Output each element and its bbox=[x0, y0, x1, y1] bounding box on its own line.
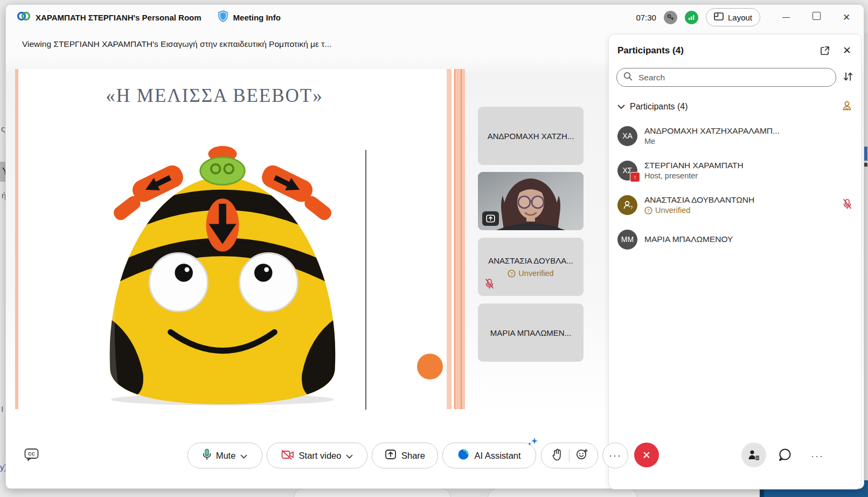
participant-row[interactable]: XA ΑΝΔΡΟΜΑΧΗ ΧΑΤΖΗΧΑΡΑΛΑΜΠ... Me bbox=[609, 119, 861, 153]
participant-row[interactable]: MM ΜΑΡΙΑ ΜΠΑΛΩΜΕΝΟΥ bbox=[609, 222, 861, 257]
svg-text:?: ? bbox=[647, 208, 650, 213]
svg-text:?: ? bbox=[630, 205, 633, 210]
camera-off-icon bbox=[281, 450, 294, 462]
network-quality-icon[interactable] bbox=[685, 11, 698, 24]
participant-name: ΑΝΔΡΟΜΑΧΗ ΧΑΤΖΗΧΑΡΑΛΑΜΠ... bbox=[644, 126, 852, 136]
shared-content-slide: «Η ΜΕΛΙΣΣΑ BEEBOT» bbox=[15, 69, 465, 409]
shield-icon bbox=[218, 10, 228, 24]
ai-assistant-icon bbox=[457, 448, 469, 463]
participant-row[interactable]: ΧΣ ↑ ΣΤΕΡΓΙΑΝΗ ΧΑΡΑΜΠΑΤΗ Host, presenter bbox=[609, 153, 861, 188]
in-meeting-person-icon bbox=[842, 100, 852, 113]
room-title: ΧΑΡΑΜΠΑΤΗ ΣΤΕΡΓΙΑΝΗ's Personal Room bbox=[36, 13, 202, 22]
popout-panel-icon[interactable] bbox=[820, 46, 830, 56]
video-options-chevron-icon[interactable] bbox=[346, 451, 353, 461]
minimize-button[interactable] bbox=[779, 12, 794, 23]
search-input[interactable] bbox=[637, 72, 829, 83]
avatar: ΧΣ ↑ bbox=[617, 161, 637, 181]
close-window-button[interactable]: ✕ bbox=[839, 12, 854, 23]
chat-toggle-button[interactable] bbox=[777, 448, 792, 462]
lock-key-indicator-icon[interactable] bbox=[664, 11, 677, 24]
share-screen-icon bbox=[385, 449, 397, 462]
ai-assistant-button[interactable]: AI Assistant bbox=[442, 443, 536, 468]
share-button[interactable]: Share bbox=[372, 443, 438, 468]
sharing-indicator-icon bbox=[482, 211, 499, 226]
mute-options-chevron-icon[interactable] bbox=[240, 451, 247, 461]
sparkle-icon bbox=[526, 437, 540, 452]
microphone-icon bbox=[203, 448, 211, 463]
svg-text:?: ? bbox=[510, 271, 513, 276]
participants-list-icon bbox=[747, 449, 760, 461]
more-options-button[interactable]: ··· bbox=[602, 443, 628, 468]
slide-orange-dot bbox=[417, 354, 443, 379]
slide-left-stripe bbox=[15, 69, 18, 409]
participant-unverified: ? Unverified bbox=[644, 206, 831, 215]
video-tile[interactable]: ΑΝΑΣΤΑΣΙΑ ΔΟΥΒΛΑ... ? Unverified bbox=[478, 238, 584, 296]
video-tile-active-camera[interactable] bbox=[478, 172, 584, 230]
participant-role: Me bbox=[644, 137, 852, 146]
meeting-info-label: Meeting Info bbox=[233, 13, 281, 22]
slide-title: «Η ΜΕΛΙΣΣΑ BEEBOT» bbox=[64, 85, 365, 107]
sort-participants-icon[interactable] bbox=[843, 71, 853, 84]
closed-captions-icon[interactable]: CC bbox=[24, 448, 39, 464]
leave-x-icon: ✕ bbox=[642, 449, 651, 461]
layout-button[interactable]: Layout bbox=[706, 8, 760, 26]
avatar: XA bbox=[617, 126, 637, 146]
mic-muted-icon bbox=[484, 278, 495, 292]
chat-bubble-icon bbox=[777, 448, 792, 462]
unverified-status: ? Unverified bbox=[508, 269, 553, 278]
maximize-button[interactable] bbox=[809, 12, 824, 23]
participants-panel-title: Participants (4) bbox=[617, 45, 807, 56]
search-icon bbox=[623, 72, 633, 83]
chevron-down-icon bbox=[617, 102, 625, 112]
participants-section-header[interactable]: Participants (4) bbox=[609, 100, 861, 113]
slide-divider-line bbox=[365, 150, 366, 410]
beebot-robot-image bbox=[88, 140, 357, 405]
participant-role: Host, presenter bbox=[644, 171, 852, 180]
start-video-button[interactable]: Start video bbox=[267, 443, 367, 468]
layout-grid-icon bbox=[714, 12, 724, 22]
meeting-window: ΧΑΡΑΜΠΑΤΗ ΣΤΕΡΓΙΑΝΗ's Personal Room Meet… bbox=[5, 4, 864, 489]
participant-search[interactable] bbox=[616, 68, 836, 87]
participants-toggle-button[interactable] bbox=[741, 443, 766, 467]
avatar: MM bbox=[617, 230, 637, 250]
unverified-question-icon: ? bbox=[644, 206, 652, 215]
participant-name: ΑΝΑΣΤΑΣΙΑ ΔΟΥΒΛΑΝΤΩΝΗ bbox=[644, 195, 831, 205]
participant-name: ΜΑΡΙΑ ΜΠΑΛΩΜΕΝΟΥ bbox=[644, 234, 852, 244]
more-panels-button[interactable]: ··· bbox=[811, 451, 824, 462]
person-question-icon: ? bbox=[622, 199, 633, 210]
participant-row[interactable]: ? ΑΝΑΣΤΑΣΙΑ ΔΟΥΒΛΑΝΤΩΝΗ ? Unverified bbox=[609, 188, 861, 222]
participants-panel: Participants (4) ✕ bbox=[608, 34, 862, 489]
video-tile[interactable]: ΑΝΔΡΟΜΑΧΗ ΧΑΤΖΗ... bbox=[478, 107, 584, 165]
avatar-unverified: ? bbox=[617, 195, 637, 215]
video-tile[interactable]: ΜΑΡΙΑ ΜΠΑΛΩΜΕΝ... bbox=[478, 303, 584, 362]
unverified-question-icon: ? bbox=[508, 270, 516, 278]
reactions-button[interactable] bbox=[541, 443, 598, 468]
title-bar: ΧΑΡΑΜΠΑΤΗ ΣΤΕΡΓΙΑΝΗ's Personal Room Meet… bbox=[6, 5, 864, 30]
emoji-reactions-icon[interactable] bbox=[576, 448, 588, 463]
meeting-timer: 07:30 bbox=[636, 13, 656, 22]
slide-right-thin-stripe bbox=[447, 69, 452, 409]
presenter-badge-icon: ↑ bbox=[630, 172, 640, 182]
meeting-info-button[interactable]: Meeting Info bbox=[218, 10, 281, 24]
webex-logo-icon bbox=[17, 11, 31, 24]
mic-muted-icon bbox=[842, 198, 852, 212]
svg-text:CC: CC bbox=[28, 451, 35, 457]
slide-right-band bbox=[454, 69, 465, 409]
viewing-banner: Viewing ΣΤΕΡΓΙΑΝΗ ΧΑΡΑΜΠΑΤΗ's Εισαγωγή σ… bbox=[22, 39, 331, 49]
close-panel-icon[interactable]: ✕ bbox=[843, 44, 851, 57]
participant-name: ΣΤΕΡΓΙΑΝΗ ΧΑΡΑΜΠΑΤΗ bbox=[644, 161, 852, 170]
leave-meeting-button[interactable]: ✕ bbox=[634, 443, 659, 467]
mute-button[interactable]: Mute bbox=[188, 443, 262, 468]
raise-hand-icon[interactable] bbox=[552, 448, 563, 463]
